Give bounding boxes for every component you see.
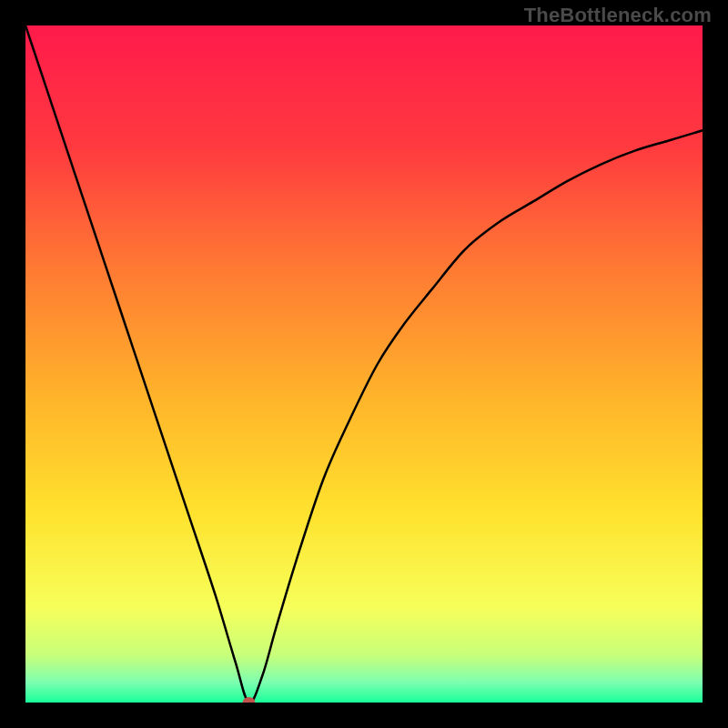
watermark-text: TheBottleneck.com <box>524 4 712 27</box>
chart-outer: TheBottleneck.com <box>0 0 728 728</box>
plot-area <box>25 25 703 703</box>
chart-svg <box>25 25 703 703</box>
gradient-background <box>25 25 703 703</box>
